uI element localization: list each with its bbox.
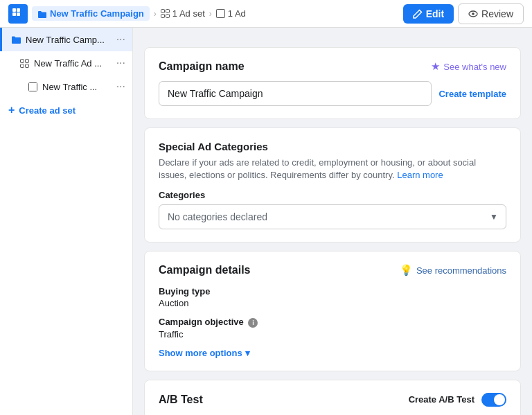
campaign-name-card: Campaign name ★ See what's new Create te… (144, 47, 521, 119)
svg-rect-11 (20, 59, 24, 62)
adset-grid-icon (20, 59, 29, 68)
adset-icon (161, 9, 170, 18)
campaign-objective-value: Traffic (159, 329, 506, 339)
svg-point-10 (472, 12, 475, 15)
svg-rect-5 (166, 10, 169, 13)
sidebar-item-campaign[interactable]: New Traffic Camp... ··· (0, 28, 132, 51)
ab-test-create-label: Create A/B Test (409, 394, 475, 405)
svg-rect-0 (12, 8, 16, 12)
see-whats-new-button[interactable]: ★ See what's new (431, 60, 506, 73)
svg-rect-13 (20, 64, 24, 67)
campaign-objective-field: Campaign objective i Traffic (159, 317, 506, 339)
ab-test-card: A/B Test Create A/B Test (144, 380, 521, 415)
edit-icon (413, 9, 423, 19)
categories-label: Categories (159, 190, 506, 200)
sidebar-adset-label: New Traffic Ad ... (34, 58, 112, 69)
breadcrumb-campaign[interactable]: New Traffic Campaign (32, 6, 150, 21)
info-icon: i (248, 318, 258, 328)
breadcrumb-ad[interactable]: 1 Ad (216, 8, 246, 19)
review-button[interactable]: Review (458, 3, 524, 24)
main-layout: New Traffic Camp... ··· New Traffic Ad .… (0, 28, 532, 415)
sidebar-adset-more[interactable]: ··· (116, 57, 125, 69)
ad-icon (216, 9, 225, 18)
chevron-down-icon: ▾ (245, 348, 250, 358)
svg-rect-1 (17, 8, 20, 12)
edit-button[interactable]: Edit (403, 4, 454, 24)
svg-rect-14 (25, 64, 28, 67)
breadcrumb-sep-1: › (154, 9, 157, 19)
sidebar-item-adset[interactable]: New Traffic Ad ... ··· (0, 51, 132, 75)
breadcrumb: New Traffic Campaign › 1 Ad set › 1 Ad (32, 6, 246, 21)
ab-test-title: A/B Test (159, 394, 203, 406)
ad-sidebar-icon (27, 81, 38, 92)
sidebar-ad-more[interactable]: ··· (116, 80, 125, 93)
svg-rect-12 (25, 59, 28, 62)
learn-more-link[interactable]: Learn more (397, 170, 443, 180)
campaign-name-title: Campaign name (159, 60, 245, 73)
svg-rect-7 (166, 15, 169, 18)
sidebar-item-ad[interactable]: New Traffic ... ··· (0, 75, 132, 98)
campaign-objective-label: Campaign objective i (159, 317, 506, 328)
folder-icon (10, 34, 21, 45)
star-icon: ★ (431, 60, 440, 73)
lightbulb-icon: 💡 (400, 264, 413, 276)
categories-select[interactable]: No categories declared Credit Employment… (159, 204, 506, 229)
sidebar: New Traffic Camp... ··· New Traffic Ad .… (0, 28, 133, 415)
svg-rect-6 (161, 15, 164, 18)
buying-type-value: Auction (159, 298, 506, 308)
content-area: Campaign name ★ See what's new Create te… (133, 28, 532, 415)
breadcrumb-adset[interactable]: 1 Ad set (161, 8, 205, 19)
svg-rect-2 (12, 12, 16, 16)
sidebar-campaign-more[interactable]: ··· (116, 33, 125, 46)
ab-test-controls: Create A/B Test (409, 393, 506, 407)
campaign-name-input[interactable] (159, 81, 432, 106)
ad-rect-icon (28, 82, 37, 91)
svg-rect-4 (161, 10, 164, 13)
ab-test-toggle[interactable] (481, 393, 506, 407)
campaign-details-title: Campaign details (159, 264, 250, 276)
adset-sidebar-icon (19, 58, 30, 69)
folder-icon (37, 10, 47, 18)
plus-icon: + (8, 104, 15, 116)
see-recommendations-button[interactable]: 💡 See recommendations (400, 264, 506, 276)
sidebar-campaign-label: New Traffic Camp... (26, 35, 112, 45)
svg-rect-8 (216, 10, 224, 18)
campaign-folder-icon (11, 35, 21, 44)
eye-icon (468, 9, 478, 19)
show-more-options-button[interactable]: Show more options ▾ (159, 348, 506, 358)
brand-icon (8, 4, 28, 24)
breadcrumb-sep-2: › (209, 9, 212, 19)
buying-type-field: Buying type Auction (159, 286, 506, 308)
special-ad-title: Special Ad Categories (159, 141, 506, 152)
categories-select-wrapper: No categories declared Credit Employment… (159, 204, 506, 229)
campaign-details-card: Campaign details 💡 See recommendations B… (144, 251, 521, 371)
special-ad-desc: Declare if your ads are related to credi… (159, 157, 506, 182)
create-ad-set-button[interactable]: + Create ad set (0, 98, 132, 122)
top-bar: New Traffic Campaign › 1 Ad set › 1 Ad E… (0, 0, 532, 28)
special-ad-categories-card: Special Ad Categories Declare if your ad… (144, 127, 521, 242)
create-template-link[interactable]: Create template (438, 89, 506, 99)
sidebar-ad-label: New Traffic ... (42, 82, 112, 92)
svg-rect-3 (17, 12, 20, 16)
svg-rect-15 (28, 82, 37, 91)
buying-type-label: Buying type (159, 286, 506, 297)
